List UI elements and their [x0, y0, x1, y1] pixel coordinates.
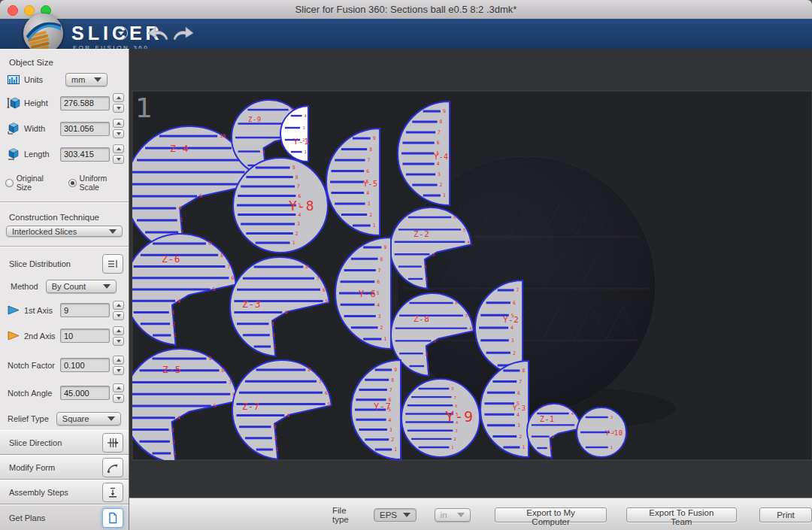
- step-up-button[interactable]: [113, 93, 124, 102]
- units-value: mm: [71, 75, 85, 84]
- units-icon: [6, 75, 21, 84]
- notch-factor-row: Notch Factor: [6, 356, 124, 374]
- length-row: Length: [6, 145, 124, 163]
- piece-Y-10[interactable]: 321Y-10: [577, 407, 626, 457]
- notch-angle-stepper: [113, 383, 124, 403]
- svg-text:4: 4: [177, 298, 180, 304]
- svg-text:3: 3: [511, 338, 514, 344]
- svg-text:2: 2: [519, 434, 522, 440]
- slice-direction-icon: [107, 437, 119, 449]
- svg-text:4: 4: [437, 161, 440, 167]
- export-computer-button[interactable]: Export to My Computer: [495, 507, 606, 522]
- notch-factor-input[interactable]: [60, 358, 110, 372]
- piece-label-Y-7: Y-7: [374, 401, 391, 412]
- svg-text:6: 6: [323, 287, 326, 293]
- slice-direction-button[interactable]: [102, 433, 123, 453]
- piece-Y-9[interactable]: 87654321Y-9: [401, 379, 480, 457]
- export-fusion-button[interactable]: Export To Fusion Team: [626, 507, 737, 522]
- step-up-button[interactable]: [113, 326, 124, 335]
- minimize-button[interactable]: [24, 5, 35, 16]
- original-size-label: Original Size: [17, 174, 59, 192]
- svg-text:5: 5: [214, 403, 217, 409]
- step-down-button[interactable]: [113, 366, 124, 375]
- svg-text:8: 8: [391, 377, 394, 383]
- svg-text:3: 3: [389, 427, 392, 433]
- units-label: Units: [24, 75, 43, 84]
- get-plans-button[interactable]: [102, 508, 123, 528]
- construction-dropdown[interactable]: Interlocked Slices: [6, 226, 123, 237]
- svg-text:4: 4: [177, 415, 180, 421]
- svg-text:6: 6: [231, 275, 234, 281]
- first-axis-stepper: [113, 301, 124, 320]
- distribution-options-button[interactable]: [102, 254, 123, 274]
- step-up-button[interactable]: [113, 119, 124, 128]
- step-up-button[interactable]: [113, 356, 124, 365]
- step-down-button[interactable]: [113, 104, 124, 113]
- svg-text:8: 8: [451, 386, 453, 391]
- svg-text:4: 4: [178, 205, 181, 211]
- svg-text:7: 7: [368, 157, 371, 163]
- svg-text:8: 8: [369, 147, 372, 153]
- menu-disclosure-button[interactable]: [114, 26, 128, 40]
- plans-viewport[interactable]: 110987654321Z-454321Z-94321Y-1987654321Y…: [129, 49, 812, 498]
- step-up-button[interactable]: [113, 144, 124, 153]
- notch-angle-label: Notch Angle: [8, 389, 52, 398]
- length-input[interactable]: [60, 147, 110, 162]
- step-up-button[interactable]: [113, 383, 124, 392]
- sidebar-item-get-plans[interactable]: Get Plans: [0, 504, 129, 530]
- step-down-button[interactable]: [113, 311, 124, 320]
- first-axis-input[interactable]: [60, 303, 110, 317]
- svg-text:3: 3: [297, 221, 300, 227]
- uniform-scale-radio[interactable]: [68, 179, 77, 187]
- svg-text:1: 1: [292, 240, 295, 246]
- svg-text:5: 5: [199, 193, 202, 199]
- close-button[interactable]: [8, 5, 18, 16]
- assembly-steps-button[interactable]: [102, 483, 123, 502]
- svg-text:1: 1: [304, 150, 307, 154]
- modify-form-button[interactable]: [102, 458, 123, 477]
- svg-text:8: 8: [220, 253, 223, 259]
- svg-text:3: 3: [517, 422, 520, 429]
- relief-type-label: Relief Type: [8, 414, 49, 423]
- chevron-down-icon: [457, 513, 465, 517]
- uniform-scale-label: Uniform Scale: [80, 174, 127, 192]
- svg-text:3: 3: [271, 321, 274, 327]
- sidebar-item-modify-form[interactable]: Modify Form: [0, 455, 129, 480]
- notch-angle-input[interactable]: [60, 386, 110, 400]
- original-size-radio[interactable]: [5, 179, 14, 187]
- height-row: Height: [6, 94, 124, 112]
- sidebar-item-assembly-steps[interactable]: Assembly Steps: [0, 480, 129, 504]
- undo-button[interactable]: [146, 23, 170, 42]
- step-down-button[interactable]: [113, 155, 124, 164]
- titlebar: Slicer for Fusion 360: Sections ball e0.…: [0, 0, 812, 20]
- svg-text:1: 1: [173, 450, 176, 456]
- redo-button[interactable]: [171, 23, 195, 42]
- piece-label-Z-4: Z-4: [170, 143, 189, 154]
- height-cube-icon: [6, 97, 21, 109]
- svg-text:6: 6: [377, 279, 380, 285]
- get-plans-label: Get Plans: [9, 513, 45, 522]
- chevron-down-icon: [118, 32, 124, 35]
- step-up-button[interactable]: [113, 301, 124, 310]
- second-axis-input[interactable]: [60, 329, 110, 343]
- units-dropdown[interactable]: mm: [65, 73, 108, 86]
- first-axis-label: 1st Axis: [24, 306, 53, 315]
- width-input[interactable]: [60, 122, 110, 136]
- method-dropdown[interactable]: By Count: [46, 280, 117, 293]
- method-value: By Count: [52, 282, 86, 291]
- step-down-button[interactable]: [113, 394, 124, 403]
- svg-text:7: 7: [229, 380, 232, 386]
- step-down-button[interactable]: [113, 337, 124, 346]
- step-down-button[interactable]: [113, 129, 124, 138]
- file-type-dropdown[interactable]: EPS: [374, 508, 417, 522]
- svg-text:5: 5: [465, 313, 468, 318]
- height-input[interactable]: [60, 96, 110, 111]
- piece-Y-8[interactable]: 987654321Y-8: [233, 158, 328, 253]
- svg-text:4: 4: [366, 190, 369, 196]
- assembly-steps-icon: [107, 486, 119, 498]
- plans-canvas[interactable]: 110987654321Z-454321Z-94321Y-1987654321Y…: [129, 49, 812, 498]
- file-type-label: File type: [332, 506, 364, 524]
- print-button[interactable]: Print: [759, 507, 812, 522]
- sidebar-item-slice-direction[interactable]: Slice Direction: [0, 430, 129, 455]
- relief-type-dropdown[interactable]: Square: [56, 412, 121, 426]
